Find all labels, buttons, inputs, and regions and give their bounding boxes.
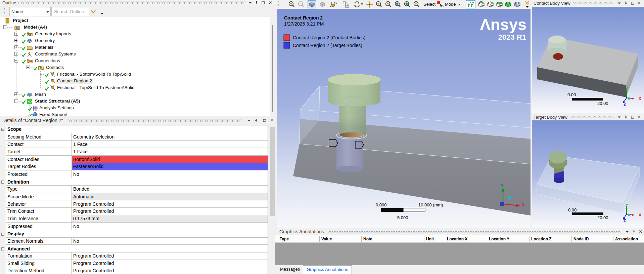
svg-text:Y: Y [626,203,628,207]
svg-text:20.00: 20.00 [597,101,608,106]
svg-text:0.000: 0.000 [376,202,387,207]
svg-text:X: X [639,96,641,101]
svg-text:5.000: 5.000 [397,215,408,220]
svg-text:0.00: 0.00 [567,92,576,97]
svg-text:10.000 (mm): 10.000 (mm) [418,202,443,207]
svg-text:0.00: 0.00 [568,207,577,212]
svg-text:1/27/2025 3:21 PM: 1/27/2025 3:21 PM [284,21,324,27]
svg-text:Y: Y [626,87,628,91]
svg-text:X: X [522,202,525,206]
svg-text:Λnsys: Λnsys [480,15,526,33]
svg-text:Y: Y [501,184,504,188]
svg-text:X: X [639,213,641,217]
svg-text:Contact Region 2 (Target Bodie: Contact Region 2 (Target Bodies) [293,43,362,48]
svg-text:Contact Region 2 (Contact Bodi: Contact Region 2 (Contact Bodies) [293,35,365,40]
svg-text:Z: Z [624,102,626,106]
svg-text:2023 R1: 2023 R1 [498,33,526,41]
svg-text:Z: Z [624,219,626,223]
svg-text:20.00: 20.00 [597,215,608,220]
svg-text:Contact Region 2: Contact Region 2 [284,15,323,21]
